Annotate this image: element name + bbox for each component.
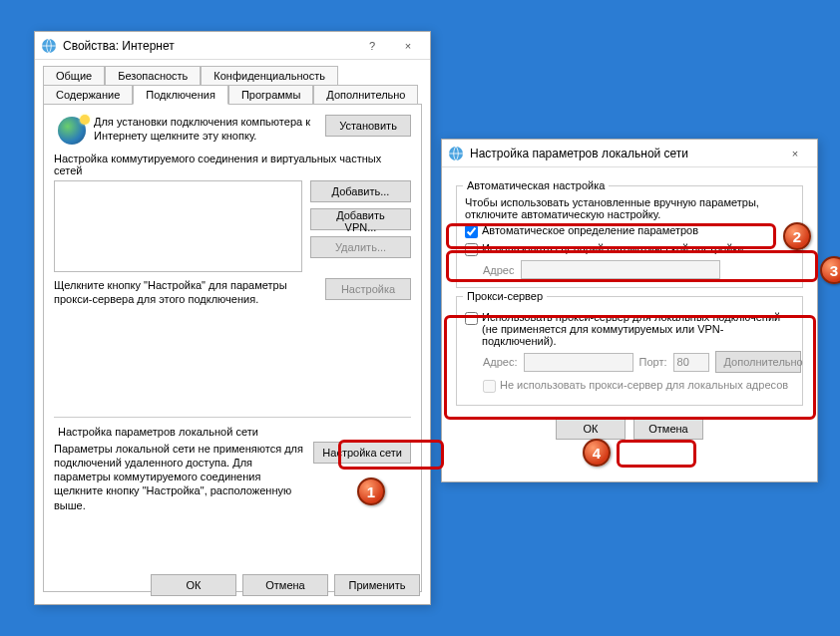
lan-icon: [448, 146, 464, 161]
use-proxy-checkbox[interactable]: [465, 312, 478, 325]
tab-advanced[interactable]: Дополнительно: [313, 85, 418, 104]
proxy-port-input: [673, 353, 709, 372]
auto-detect-checkbox[interactable]: [465, 225, 478, 238]
tabs-row-1: Общие Безопасность Конфиденциальность: [43, 66, 422, 85]
dial-legend: Настройка коммутируемого соединения и ви…: [54, 153, 411, 176]
lan-cancel-button[interactable]: Отмена: [633, 418, 703, 440]
bypass-local-label: Не использовать прокси-сервер для локаль…: [500, 379, 788, 391]
badge-1: 1: [357, 477, 385, 505]
badge-4: 4: [583, 439, 611, 467]
proxy-port-label: Порт:: [639, 356, 667, 368]
setup-desc: Для установки подключения компьютера к И…: [94, 115, 325, 144]
internet-options-icon: [41, 38, 57, 54]
tabs-row-2: Содержание Подключения Программы Дополни…: [43, 85, 422, 104]
lan-ok-button[interactable]: ОК: [556, 418, 626, 440]
globe-icon: [58, 117, 86, 145]
bypass-local-checkbox: [483, 380, 496, 393]
lan-settings-dialog: Настройка параметров локальной сети × Ав…: [441, 139, 818, 482]
proxy-advanced-button: Дополнительно: [715, 351, 801, 373]
auto-script-checkbox[interactable]: [465, 243, 478, 256]
lan-titlebar: Настройка параметров локальной сети ×: [442, 140, 817, 167]
ok-button[interactable]: ОК: [151, 574, 236, 596]
script-address-input: [521, 260, 720, 279]
lan-close-button[interactable]: ×: [777, 143, 813, 164]
tab-privacy[interactable]: Конфиденциальность: [201, 66, 338, 85]
use-proxy-label: Использовать прокси-сервер для локальных…: [482, 311, 794, 347]
tab-general[interactable]: Общие: [43, 66, 105, 85]
tab-security[interactable]: Безопасность: [105, 66, 201, 85]
lan-settings-button[interactable]: Настройка сети: [313, 442, 411, 464]
titlebar: Свойства: Интернет ? ×: [35, 32, 430, 60]
bypass-local-row: Не использовать прокси-сервер для локаль…: [483, 379, 794, 393]
auto-config-group: Автоматическая настройка Чтобы использов…: [456, 185, 803, 288]
lan-group-legend: Настройка параметров локальной сети: [54, 426, 262, 438]
auto-detect-label: Автоматическое определение параметров: [482, 224, 698, 236]
remove-button: Удалить...: [310, 236, 411, 258]
proxy-address-label: Адрес:: [483, 356, 518, 368]
tab-programs[interactable]: Программы: [228, 85, 313, 104]
connections-listbox[interactable]: [54, 180, 302, 272]
proxy-group: Прокси-сервер Использовать прокси-сервер…: [456, 296, 803, 406]
proxy-legend: Прокси-сервер: [463, 290, 547, 302]
script-address-label: Адрес: [483, 264, 515, 276]
tab-content[interactable]: Содержание: [43, 85, 133, 104]
lan-note: Параметры локальной сети не применяются …: [54, 442, 305, 512]
dialog-title: Свойства: Интернет: [63, 39, 354, 53]
close-button[interactable]: ×: [390, 35, 426, 57]
auto-note: Чтобы использовать установленные вручную…: [465, 196, 794, 220]
auto-detect-row[interactable]: Автоматическое определение параметров: [465, 224, 794, 238]
auto-script-row[interactable]: Использовать сценарий автоматической нас…: [465, 242, 794, 256]
badge-2: 2: [783, 222, 811, 250]
cancel-button[interactable]: Отмена: [242, 574, 328, 596]
apply-button[interactable]: Применить: [334, 574, 420, 596]
setup-button[interactable]: Установить: [325, 115, 411, 137]
add-vpn-button[interactable]: Добавить VPN...: [310, 208, 411, 230]
internet-properties-dialog: Свойства: Интернет ? × Общие Безопасност…: [34, 31, 431, 605]
badge-3: 3: [820, 256, 840, 284]
lan-footer: ОК Отмена: [452, 418, 807, 440]
use-proxy-row[interactable]: Использовать прокси-сервер для локальных…: [465, 311, 794, 347]
help-button[interactable]: ?: [354, 35, 390, 57]
tab-connections[interactable]: Подключения: [133, 85, 228, 105]
dial-settings-button: Настройка: [325, 278, 411, 300]
auto-script-label: Использовать сценарий автоматической нас…: [482, 242, 743, 254]
main-footer: ОК Отмена Применить: [151, 574, 420, 596]
lan-dialog-title: Настройка параметров локальной сети: [470, 147, 777, 160]
add-button[interactable]: Добавить...: [310, 180, 411, 202]
auto-legend: Автоматическая настройка: [463, 179, 609, 191]
proxy-address-input: [524, 353, 633, 372]
dial-proxy-note: Щелкните кнопку "Настройка" для параметр…: [54, 278, 317, 307]
connections-panel: Для установки подключения компьютера к И…: [43, 104, 422, 592]
